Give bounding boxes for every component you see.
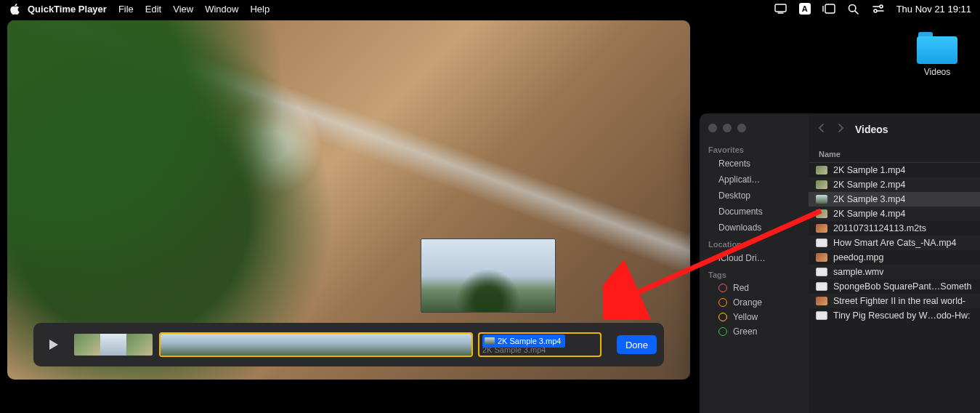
clip-timeline-hud: 2K Sample 3.mp4 2K Sample 3.mp4 Done bbox=[33, 323, 664, 366]
svg-point-3 bbox=[880, 5, 883, 8]
file-name: 2K Sample 4.mp4 bbox=[833, 209, 905, 219]
sidebar-item-desktop[interactable]: Desktop bbox=[700, 188, 809, 204]
sidebar-tag-yellow[interactable]: Yellow bbox=[700, 310, 809, 324]
file-name: 2K Sample 2.mp4 bbox=[833, 180, 905, 190]
file-row[interactable]: SpongeBob SquarePant…Someth bbox=[809, 279, 980, 294]
file-row[interactable]: 20110731124113.m2ts bbox=[809, 221, 980, 236]
desktop-folder-label: Videos bbox=[911, 67, 963, 77]
file-row[interactable]: Street Fighter II in the real world- bbox=[809, 294, 980, 308]
dragged-file-chip[interactable]: 2K Sample 3.mp4 bbox=[482, 334, 565, 348]
file-icon bbox=[816, 209, 827, 218]
finder-main: Videos Name 2K Sample 1.mp42K Sample 2.m… bbox=[809, 113, 980, 413]
input-source-badge[interactable]: A bbox=[799, 3, 811, 15]
file-icon bbox=[816, 238, 827, 247]
menu-file[interactable]: File bbox=[118, 4, 134, 15]
clip-1[interactable] bbox=[73, 332, 154, 357]
spotlight-search-icon[interactable] bbox=[847, 2, 860, 15]
finder-title: Videos bbox=[855, 124, 888, 135]
file-name: How Smart Are Cats_-NA.mp4 bbox=[833, 238, 957, 248]
file-name: Street Fighter II in the real world- bbox=[833, 296, 965, 306]
zoom-icon[interactable] bbox=[737, 124, 746, 132]
finder-window[interactable]: Favorites Recents Applicati… Desktop Doc… bbox=[700, 113, 980, 413]
sidebar-item-recents[interactable]: Recents bbox=[700, 156, 809, 172]
sidebar-item-applications[interactable]: Applicati… bbox=[700, 172, 809, 188]
nav-back-button[interactable] bbox=[817, 123, 826, 136]
clip-strip[interactable]: 2K Sample 3.mp4 2K Sample 3.mp4 bbox=[73, 332, 602, 357]
file-row[interactable]: 2K Sample 2.mp4 bbox=[809, 177, 980, 192]
menu-view[interactable]: View bbox=[173, 4, 193, 15]
file-icon bbox=[816, 253, 827, 262]
dragged-file-name: 2K Sample 3.mp4 bbox=[498, 337, 561, 345]
minimize-icon[interactable] bbox=[723, 124, 732, 132]
menu-edit[interactable]: Edit bbox=[145, 4, 161, 15]
sidebar-section-tags: Tags bbox=[700, 266, 809, 281]
apple-menu[interactable] bbox=[9, 4, 20, 15]
file-name: SpongeBob SquarePant…Someth bbox=[833, 281, 971, 292]
sidebar-section-locations: Locations bbox=[700, 236, 809, 250]
sidebar-item-downloads[interactable]: Downloads bbox=[700, 220, 809, 236]
svg-rect-1 bbox=[825, 4, 835, 13]
control-center-icon[interactable] bbox=[872, 2, 885, 15]
file-thumb-icon bbox=[485, 337, 495, 345]
svg-point-4 bbox=[874, 9, 877, 12]
sidebar-tag-green[interactable]: Green bbox=[700, 324, 809, 339]
stage-manager-icon[interactable] bbox=[822, 2, 835, 15]
finder-file-list[interactable]: 2K Sample 1.mp42K Sample 2.mp42K Sample … bbox=[809, 163, 980, 413]
file-row[interactable]: 2K Sample 3.mp4 bbox=[809, 192, 980, 206]
screen-mirroring-icon[interactable] bbox=[774, 2, 787, 15]
finder-toolbar: Videos bbox=[809, 113, 980, 145]
file-icon bbox=[816, 195, 827, 204]
clip-2-selected[interactable] bbox=[159, 332, 473, 357]
file-row[interactable]: peedog.mpg bbox=[809, 250, 980, 265]
file-name: peedog.mpg bbox=[833, 252, 884, 262]
clip-drop-target[interactable]: 2K Sample 3.mp4 2K Sample 3.mp4 bbox=[478, 332, 602, 357]
file-icon bbox=[816, 282, 827, 291]
file-name: 2K Sample 1.mp4 bbox=[833, 165, 905, 175]
menu-help[interactable]: Help bbox=[250, 4, 270, 15]
column-header-name[interactable]: Name bbox=[809, 145, 980, 163]
clip-preview-thumbnail bbox=[421, 238, 556, 313]
menu-window[interactable]: Window bbox=[205, 4, 238, 15]
svg-rect-0 bbox=[775, 4, 786, 12]
file-name: sample.wmv bbox=[833, 267, 883, 277]
file-icon bbox=[816, 311, 827, 320]
file-icon bbox=[816, 297, 827, 305]
quicktime-window[interactable]: 2K Sample 3.mp4 2K Sample 3.mp4 Done bbox=[7, 20, 690, 380]
file-row[interactable]: 2K Sample 1.mp4 bbox=[809, 163, 980, 177]
window-controls[interactable] bbox=[700, 121, 809, 141]
sidebar-item-documents[interactable]: Documents bbox=[700, 204, 809, 220]
nav-forward-button[interactable] bbox=[836, 123, 845, 136]
app-name[interactable]: QuickTime Player bbox=[28, 4, 107, 15]
finder-sidebar: Favorites Recents Applicati… Desktop Doc… bbox=[700, 113, 809, 413]
file-name: Tiny Pig Rescued by W…odo-Hw: bbox=[833, 310, 971, 321]
file-row[interactable]: Tiny Pig Rescued by W…odo-Hw: bbox=[809, 308, 980, 323]
file-row[interactable]: sample.wmv bbox=[809, 265, 980, 279]
folder-icon bbox=[917, 32, 957, 64]
menubar: QuickTime Player File Edit View Window H… bbox=[0, 0, 980, 17]
sidebar-tag-red[interactable]: Red bbox=[700, 281, 809, 295]
file-icon bbox=[816, 166, 827, 175]
file-name: 2K Sample 3.mp4 bbox=[833, 194, 905, 204]
file-row[interactable]: How Smart Are Cats_-NA.mp4 bbox=[809, 236, 980, 250]
close-icon[interactable] bbox=[708, 124, 717, 132]
sidebar-section-favorites: Favorites bbox=[700, 141, 809, 156]
play-button[interactable] bbox=[41, 332, 65, 357]
file-icon bbox=[816, 268, 827, 276]
file-icon bbox=[816, 180, 827, 189]
menubar-clock[interactable]: Thu Nov 21 19:11 bbox=[896, 4, 971, 15]
sidebar-tag-orange[interactable]: Orange bbox=[700, 295, 809, 310]
file-row[interactable]: 2K Sample 4.mp4 bbox=[809, 206, 980, 221]
sidebar-item-icloud[interactable]: iCloud Dri… bbox=[700, 250, 809, 266]
done-button[interactable]: Done bbox=[617, 335, 657, 354]
file-name: 20110731124113.m2ts bbox=[833, 223, 926, 233]
file-icon bbox=[816, 224, 827, 233]
desktop-folder-videos[interactable]: Videos bbox=[911, 32, 963, 77]
